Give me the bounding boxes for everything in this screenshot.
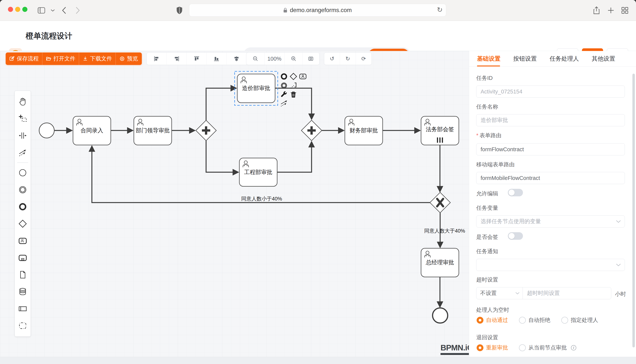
start-event[interactable] bbox=[39, 123, 54, 138]
task-node-legal-dept-countersign[interactable]: 法务部会签 bbox=[421, 116, 459, 145]
align-left-button[interactable] bbox=[147, 53, 167, 65]
radio-auto-reject[interactable]: 自动拒绝 bbox=[519, 316, 550, 324]
countersign-toggle[interactable] bbox=[508, 232, 523, 240]
bpmn-canvas[interactable]: 同意人数小于40% 同意人数大于40% 合同录入 部门领导审批 bbox=[0, 51, 469, 357]
bpmn-palette bbox=[15, 90, 31, 336]
create-subprocess-tool[interactable] bbox=[15, 249, 31, 266]
align-right-button[interactable] bbox=[167, 53, 187, 65]
svg-text:财务部审批: 财务部审批 bbox=[350, 127, 378, 134]
preview-button[interactable]: 预览 bbox=[116, 52, 142, 65]
sidebar-toggle-icon[interactable] bbox=[36, 5, 47, 16]
chevron-down-icon bbox=[616, 220, 621, 223]
task-node-engineering-dept[interactable]: 工程部审批 bbox=[239, 158, 277, 186]
append-end-event-icon[interactable] bbox=[279, 72, 289, 81]
space-tool[interactable] bbox=[15, 127, 31, 144]
address-bar[interactable]: demo.orangeforms.com ↻ bbox=[189, 4, 446, 16]
info-icon[interactable]: i bbox=[571, 345, 576, 350]
tab-overview-icon[interactable] bbox=[620, 5, 630, 16]
tab-other-settings[interactable]: 其他设置 bbox=[592, 55, 615, 63]
tab-button-settings[interactable]: 按钮设置 bbox=[513, 55, 537, 63]
end-event[interactable] bbox=[433, 308, 448, 323]
align-bottom-button[interactable] bbox=[207, 53, 227, 65]
append-gateway-icon[interactable] bbox=[289, 72, 298, 81]
create-user-task-tool[interactable] bbox=[15, 232, 31, 249]
edge-label-gt40[interactable]: 同意人数大于40% bbox=[424, 228, 465, 234]
tab-task-assignee[interactable]: 任务处理人 bbox=[550, 55, 579, 63]
parallel-gateway-join[interactable] bbox=[301, 120, 322, 141]
create-data-object-tool[interactable] bbox=[15, 266, 31, 283]
edge-label-lt40[interactable]: 同意人数小于40% bbox=[241, 196, 282, 202]
parallel-gateway-split[interactable] bbox=[196, 120, 216, 141]
append-intermediate-event-icon[interactable] bbox=[279, 81, 289, 90]
radio-auto-approve[interactable]: 自动通过 bbox=[477, 316, 508, 324]
zoom-window-button[interactable] bbox=[22, 7, 28, 12]
allow-edit-toggle[interactable] bbox=[508, 189, 523, 196]
align-center-horizontal-button[interactable] bbox=[227, 53, 247, 65]
privacy-shield-icon[interactable] bbox=[174, 5, 184, 16]
redo-button[interactable]: ↻ bbox=[340, 53, 356, 65]
panel-scrollbar[interactable] bbox=[632, 74, 635, 348]
new-tab-icon[interactable] bbox=[606, 5, 616, 16]
folder-icon bbox=[46, 56, 51, 61]
reset-button[interactable]: ⟳ bbox=[356, 53, 371, 65]
create-pool-tool[interactable] bbox=[15, 300, 31, 317]
svg-text:工程部审批: 工程部审批 bbox=[244, 169, 272, 175]
download-icon bbox=[83, 56, 88, 61]
reload-icon[interactable]: ↻ bbox=[437, 6, 443, 14]
exclusive-gateway[interactable] bbox=[430, 192, 450, 213]
bpmn-io-watermark[interactable]: BPMN.iO bbox=[441, 343, 473, 355]
sequence-flow[interactable] bbox=[277, 142, 312, 172]
back-button[interactable] bbox=[59, 5, 69, 16]
open-file-button[interactable]: 打开文件 bbox=[42, 52, 79, 65]
timeout-value-input[interactable]: 超时时间设置 bbox=[523, 287, 611, 299]
tab-basic-settings[interactable]: 基础设置 bbox=[477, 55, 500, 63]
sidebar-chevron-icon[interactable] bbox=[48, 5, 58, 16]
task-name-input[interactable] bbox=[476, 114, 625, 126]
create-gateway-tool[interactable] bbox=[15, 215, 31, 232]
radio-restart-approval[interactable]: 重新审批 bbox=[477, 344, 508, 352]
lasso-tool[interactable] bbox=[15, 110, 31, 127]
minimize-window-button[interactable] bbox=[15, 7, 20, 12]
task-notify-select[interactable] bbox=[476, 259, 625, 271]
task-id-input[interactable] bbox=[476, 86, 625, 98]
task-node-finance-dept[interactable]: 财务部审批 bbox=[345, 116, 383, 145]
create-end-event-tool[interactable] bbox=[15, 198, 31, 215]
create-group-tool[interactable] bbox=[15, 317, 31, 334]
form-route-input[interactable] bbox=[476, 143, 625, 156]
radio-from-current-node[interactable]: 从当前节点审批i bbox=[519, 344, 576, 352]
delete-trash-icon[interactable] bbox=[289, 90, 298, 99]
radio-dot bbox=[477, 317, 483, 324]
save-flow-button[interactable]: 保存流程 bbox=[6, 52, 42, 65]
timeout-mode-select[interactable]: 不设置 bbox=[476, 287, 523, 299]
zoom-out-button[interactable] bbox=[246, 53, 265, 65]
append-text-annotation-icon[interactable] bbox=[289, 81, 298, 90]
mobile-form-route-input[interactable] bbox=[476, 172, 625, 184]
download-file-button[interactable]: 下载文件 bbox=[79, 52, 116, 65]
fit-viewport-button[interactable] bbox=[303, 53, 319, 65]
task-variable-select[interactable]: 选择任务节点使用的变量 bbox=[476, 216, 625, 228]
file-toolbar: 保存流程 打开文件 下载文件 预览 bbox=[6, 52, 142, 65]
task-node-general-manager[interactable]: 总经理审批 bbox=[421, 248, 459, 277]
task-node-contract-entry[interactable]: 合同录入 bbox=[73, 116, 111, 145]
task-node-dept-leader[interactable]: 部门领导审批 bbox=[134, 116, 172, 145]
close-window-button[interactable] bbox=[8, 7, 13, 12]
change-type-wrench-icon[interactable] bbox=[279, 90, 289, 99]
assignee-empty-label: 处理人为空时 bbox=[476, 306, 509, 314]
forward-button[interactable] bbox=[73, 5, 83, 16]
create-intermediate-event-tool[interactable] bbox=[15, 181, 31, 198]
history-toolbar: ↺ ↻ ⟳ bbox=[324, 52, 372, 65]
create-data-store-tool[interactable] bbox=[15, 283, 31, 300]
align-top-button[interactable] bbox=[187, 53, 207, 65]
radio-assign-handler[interactable]: 指定处理人 bbox=[561, 316, 598, 324]
zoom-in-button[interactable] bbox=[285, 53, 303, 65]
sequence-flow[interactable] bbox=[206, 141, 238, 172]
undo-button[interactable]: ↺ bbox=[324, 53, 340, 65]
task-node-cost-dept-selected[interactable]: 造价部审批 bbox=[235, 71, 278, 105]
share-icon[interactable] bbox=[591, 5, 602, 16]
global-connect-tool[interactable] bbox=[15, 144, 31, 161]
create-start-event-tool[interactable] bbox=[15, 164, 31, 181]
append-user-task-icon[interactable] bbox=[298, 72, 307, 81]
connect-tool-icon[interactable] bbox=[279, 99, 289, 108]
hand-tool[interactable] bbox=[15, 93, 31, 110]
sequence-flow[interactable] bbox=[206, 88, 236, 120]
